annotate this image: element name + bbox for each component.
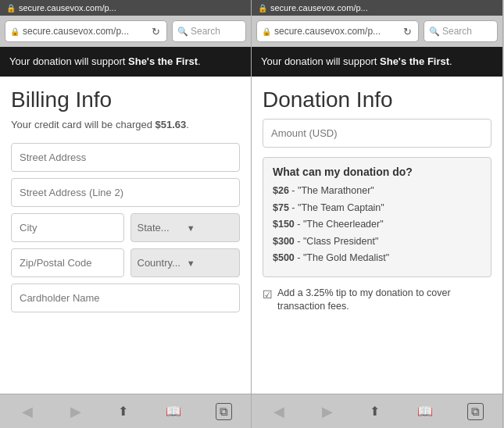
donation-item-4: $300 - "Class President" bbox=[273, 235, 481, 249]
donation-banner-billing: Your donation will support She's the Fir… bbox=[0, 47, 251, 77]
city-field[interactable] bbox=[11, 213, 124, 242]
banner-suffix-donation: . bbox=[449, 55, 452, 67]
search-placeholder-donation: Search bbox=[442, 26, 472, 37]
bookmarks-button-donation[interactable]: 📖 bbox=[414, 404, 436, 419]
zip-field[interactable] bbox=[11, 248, 124, 277]
status-bar-billing: 🔒 secure.causevox.com/p... bbox=[0, 0, 251, 16]
donation-tiers-box: What can my donation do? $26 - "The Mara… bbox=[263, 157, 491, 277]
bottom-toolbar-billing: ◀ ▶ ⬆ 📖 ⧉ bbox=[0, 394, 251, 428]
donation-panel: 🔒 secure.causevox.com/p... 🔒 secure.caus… bbox=[252, 0, 503, 428]
donation-item-3: $150 - "The Cheerleader" bbox=[273, 218, 481, 232]
search-icon-donation: 🔍 bbox=[429, 27, 440, 37]
lock-icon: 🔒 bbox=[6, 4, 16, 12]
lock-icon-donation: 🔒 bbox=[258, 4, 267, 12]
charge-info: Your credit card will be charged $51.63. bbox=[11, 119, 240, 130]
url-display-donation: secure.causevox.com/p... bbox=[274, 26, 399, 37]
share-button-billing[interactable]: ⬆ bbox=[115, 404, 131, 419]
back-button-billing[interactable]: ◀ bbox=[19, 403, 36, 420]
address-bar-row-billing: 🔒 secure.causevox.com/p... ↻ 🔍 Search bbox=[0, 16, 251, 47]
tip-checkbox[interactable]: ☑ bbox=[263, 287, 273, 303]
charge-suffix: . bbox=[186, 119, 189, 130]
billing-title: Billing Info bbox=[11, 87, 240, 112]
charge-text: Your credit card will be charged bbox=[11, 119, 155, 130]
search-icon-billing: 🔍 bbox=[177, 27, 188, 37]
donation-item-5: $500 - "The Gold Medalist" bbox=[273, 251, 481, 266]
banner-bold-donation: She's the First bbox=[380, 55, 449, 67]
address-bar-row-donation: 🔒 secure.causevox.com/p... ↻ 🔍 Search bbox=[252, 16, 502, 47]
reload-button[interactable]: ↻ bbox=[150, 26, 162, 37]
state-select[interactable]: State... ▼ bbox=[130, 213, 241, 242]
banner-bold-billing: She's the First bbox=[128, 55, 198, 67]
billing-content: Billing Info Your credit card will be ch… bbox=[0, 77, 251, 394]
zip-country-row: Country... ▼ bbox=[11, 248, 240, 277]
url-bar-donation[interactable]: 🔒 secure.causevox.com/p... ↻ bbox=[256, 20, 419, 42]
state-chevron-icon: ▼ bbox=[187, 223, 233, 233]
url-display: secure.causevox.com/p... bbox=[23, 26, 147, 37]
donation-item-1: $26 - "The Marathoner" bbox=[273, 184, 481, 198]
reload-button-donation[interactable]: ↻ bbox=[402, 26, 413, 37]
bookmarks-button-billing[interactable]: 📖 bbox=[163, 404, 184, 419]
tabs-button-billing[interactable]: ⧉ bbox=[216, 403, 232, 420]
bottom-toolbar-donation: ◀ ▶ ⬆ 📖 ⧉ bbox=[252, 394, 502, 428]
charge-amount: $51.63 bbox=[155, 119, 187, 130]
amount-field[interactable] bbox=[263, 119, 491, 148]
forward-button-billing[interactable]: ▶ bbox=[67, 403, 84, 420]
banner-prefix-donation: Your donation will support bbox=[261, 55, 380, 67]
banner-suffix-billing: . bbox=[198, 55, 201, 67]
donation-banner-info: Your donation will support She's the Fir… bbox=[252, 47, 502, 77]
tip-row: ☑ Add a 3.25% tip to my donation to cove… bbox=[263, 287, 491, 314]
cardholder-name-field[interactable] bbox=[11, 284, 240, 312]
donation-box-title: What can my donation do? bbox=[273, 166, 481, 178]
tip-text: Add a 3.25% tip to my donation to cover … bbox=[277, 287, 491, 314]
url-lock-icon: 🔒 bbox=[10, 27, 20, 36]
city-state-row: State... ▼ bbox=[11, 213, 240, 242]
street-address-2-field[interactable] bbox=[11, 178, 240, 207]
street-address-field[interactable] bbox=[11, 143, 240, 172]
back-button-donation[interactable]: ◀ bbox=[270, 403, 288, 420]
forward-button-donation[interactable]: ▶ bbox=[319, 403, 336, 420]
country-label: Country... bbox=[138, 257, 184, 269]
share-button-donation[interactable]: ⬆ bbox=[366, 404, 383, 419]
url-lock-icon-donation: 🔒 bbox=[262, 27, 271, 36]
billing-panel: 🔒 secure.causevox.com/p... 🔒 secure.caus… bbox=[0, 0, 252, 428]
state-label: State... bbox=[138, 222, 184, 234]
donation-item-2: $75 - "The Team Captain" bbox=[273, 202, 481, 216]
search-bar-donation[interactable]: 🔍 Search bbox=[424, 20, 498, 42]
url-bar-billing[interactable]: 🔒 secure.causevox.com/p... ↻ bbox=[5, 20, 167, 42]
url-text-donation: secure.causevox.com/p... bbox=[270, 3, 368, 12]
banner-prefix-billing: Your donation will support bbox=[9, 55, 128, 67]
donation-title: Donation Info bbox=[263, 87, 491, 112]
country-select[interactable]: Country... ▼ bbox=[130, 248, 241, 277]
search-placeholder-billing: Search bbox=[191, 26, 220, 37]
country-chevron-icon: ▼ bbox=[187, 259, 233, 268]
tabs-button-donation[interactable]: ⧉ bbox=[467, 403, 484, 420]
url-text-billing: secure.causevox.com/p... bbox=[19, 3, 116, 12]
search-bar-billing[interactable]: 🔍 Search bbox=[172, 20, 246, 42]
status-bar-donation: 🔒 secure.causevox.com/p... bbox=[252, 0, 502, 16]
donation-content: Donation Info What can my donation do? $… bbox=[252, 77, 502, 394]
